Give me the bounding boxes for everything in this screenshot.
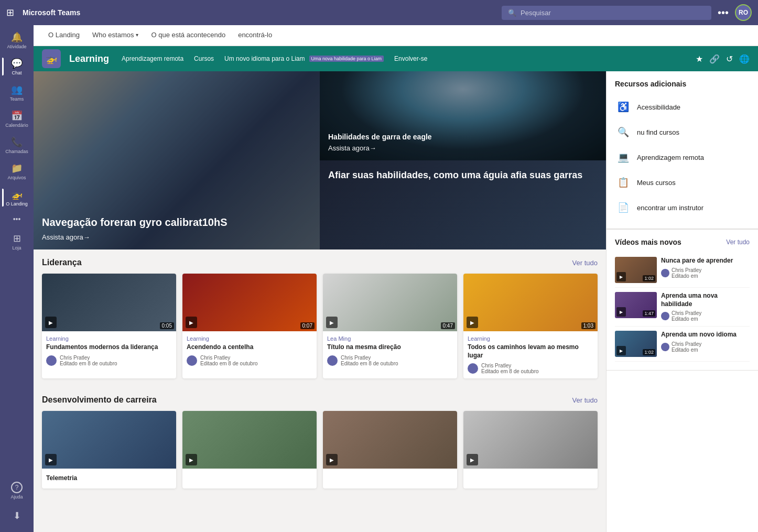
nav-item-whoestamos[interactable]: Who estamos ▾ [86,25,145,46]
resource-item-2[interactable]: 💻 Aprendizagem remota [615,145,750,170]
video-title-2: Título na mesma direção [327,343,453,352]
resource-item-1[interactable]: 🔍 nu find cursos [615,120,750,145]
search-input[interactable] [521,9,705,17]
newest-date-2: Editado em [672,347,701,353]
nav-item-acontecendo[interactable]: O que está acontecendo [145,25,232,46]
newest-info-2: Aprenda um novo idioma Chris Pratley Edi… [661,331,750,357]
sidebar-item-activity[interactable]: 🔔 Atividade [2,27,31,53]
link-icon[interactable]: 🔗 [709,54,720,64]
sidebar-item-chat[interactable]: 💬 Chat [2,53,31,80]
videos-novos-title: Vídeos mais novos [615,238,681,246]
video-author-row-1: Chris Pratley Editado em 8 de outubro [187,355,312,366]
hero-card-3-content: Afiar suas habilidades, como uma águia a… [328,169,598,182]
newest-duration-0: 1:02 [643,275,655,281]
video-card-1[interactable]: ▶ 0:07 Learning Acendendo a centelha Chr… [182,274,317,378]
video-avatar-2 [327,355,338,366]
video-source-3: Learning [468,335,593,342]
lideranca-ver-tudo[interactable]: Ver tudo [572,259,598,267]
star-icon[interactable]: ★ [696,54,703,64]
video-info-2: Lea Ming Título na mesma direção Chris P… [323,331,457,371]
dev-info-1 [182,469,317,477]
hero-card-1[interactable]: Navegação foreran gyro calibrat10hS Assi… [34,71,320,249]
sidebar-bottom: ? Ajuda ⬇ [2,477,31,530]
app-nav: O Landing Who estamos ▾ O que está acont… [34,25,758,46]
newest-author-1: Chris Pratley [672,310,701,316]
recursos-title: Recursos adicionais [615,80,750,88]
play-btn-0: ▶ [45,317,57,328]
lideranca-section: Liderança Ver tudo ▶ 0:05 Learning [34,249,606,387]
sidebar-label-chat: Chat [12,70,21,75]
dev-info-2 [323,469,457,477]
sidebar-item-store[interactable]: ⊞ Loja [2,229,31,255]
learning-nav: Aprendizagem remota Cursos Um novo idiom… [117,53,687,64]
learning-nav-aprendizagem[interactable]: Aprendizagem remota [117,53,188,64]
hero-link-1[interactable]: Assista agora→ [42,233,311,241]
video-author-2: Chris Pratley [341,355,398,361]
newest-avatar-2 [661,343,669,351]
hero-card-2[interactable]: Habilidades de garra de eagle Assista ag… [320,71,606,160]
sidebar-item-more[interactable]: ••• [2,211,31,229]
dev-video-card-0[interactable]: ▶ Telemetria [42,411,176,488]
sidebar-item-teams[interactable]: 👥 Teams [2,80,31,106]
play-btn-2: ▶ [326,317,338,328]
sidebar-item-download[interactable]: ⬇ [2,506,31,526]
resource-item-3[interactable]: 📋 Meus cursos [615,170,750,195]
grid-icon[interactable]: ⊞ [6,7,14,18]
globe-icon[interactable]: 🌐 [739,54,750,64]
video-date-0: Editado em 8 de outubro [60,361,117,366]
nav-item-olanding[interactable]: O Landing [42,25,86,46]
main-content: Navegação foreran gyro calibrat10hS Assi… [34,71,758,532]
search-box[interactable]: 🔍 [502,6,711,20]
dev-play-1: ▶ [186,454,197,465]
newest-thumb-1: ▶ 1:47 [615,292,657,318]
dev-thumb-2: ▶ [323,411,457,469]
sidebar-item-olanding[interactable]: 🚁 O Landing [2,184,31,211]
newest-item-0[interactable]: ▶ 1:02 Nunca pare de aprender Chris Prat… [615,253,750,288]
dev-video-card-1[interactable]: ▶ [182,411,317,488]
dev-video-card-3[interactable]: ▶ [463,411,598,488]
video-avatar-0 [46,355,57,366]
video-card-3[interactable]: ▶ 1:03 Learning Todos os caminhos levam … [463,274,598,378]
video-duration-1: 0:07 [300,322,315,329]
avatar[interactable]: RO [735,4,752,21]
left-content: Navegação foreran gyro calibrat10hS Assi… [34,71,606,532]
refresh-icon[interactable]: ↺ [726,54,733,64]
sidebar-item-calendar[interactable]: 📅 Calendário [2,106,31,132]
newest-title-0: Nunca pare de aprender [661,257,750,265]
newest-item-2[interactable]: ▶ 1:02 Aprenda um novo idioma Chris Prat… [615,327,750,362]
videos-novos-ver-tudo[interactable]: Ver tudo [726,238,750,246]
olanding-icon: 🚁 [11,189,23,200]
sidebar-item-calls[interactable]: 📞 Chamadas [2,132,31,158]
learning-nav-cursos[interactable]: Cursos [190,53,218,64]
resource-item-4[interactable]: 📄 encontrar um instrutor [615,195,750,220]
video-source-0: Learning [46,335,172,342]
sidebar-item-files[interactable]: 📁 Arquivos [2,158,31,184]
dev-video-card-2[interactable]: ▶ [323,411,457,488]
learning-nav-envolver[interactable]: Envolver-se [390,53,431,64]
more-options-icon[interactable]: ••• [718,7,729,19]
newest-item-1[interactable]: ▶ 1:47 Aprenda uma nova habilidade Chris… [615,288,750,327]
dev-carreira-header: Desenvolvimento de carreira Ver tudo [42,395,598,405]
video-avatar-1 [187,355,197,366]
video-cards-dev: ▶ Telemetria ▶ [42,411,598,488]
sidebar-item-help[interactable]: ? Ajuda [2,477,31,504]
find-courses-icon: 🔍 [615,124,632,140]
video-date-3: Editado em 8 de outubro [481,368,539,374]
resource-item-0[interactable]: ♿ Acessibilidade [615,94,750,120]
video-author-1: Chris Pratley [200,355,258,361]
video-duration-2: 0:47 [441,322,455,329]
dev-thumb-1: ▶ [182,411,317,469]
video-card-0[interactable]: ▶ 0:05 Learning Fundamentos modernos da … [42,274,176,378]
dev-carreira-ver-tudo[interactable]: Ver tudo [572,396,598,404]
dev-carreira-title: Desenvolvimento de carreira [42,395,157,405]
hero-card-3[interactable]: Afiar suas habilidades, como uma águia a… [320,160,606,249]
learning-nav-idioma[interactable]: Um novo idioma para o Liam Uma nova habi… [220,53,388,64]
video-title-0: Fundamentos modernos da liderança [46,343,172,352]
video-info-0: Learning Fundamentos modernos da lideran… [42,331,176,371]
hero-subtitle-2: Habilidades de garra de eagle [328,133,598,141]
video-title-3: Todos os caminhos levam ao mesmo lugar [468,343,593,360]
newest-title-2: Aprenda um novo idioma [661,331,750,339]
nav-item-encontralo[interactable]: encontrá-lo [232,25,278,46]
hero-link-2[interactable]: Assista agora→ [328,144,598,152]
video-card-2[interactable]: ▶ 0:47 Lea Ming Título na mesma direção … [323,274,457,378]
